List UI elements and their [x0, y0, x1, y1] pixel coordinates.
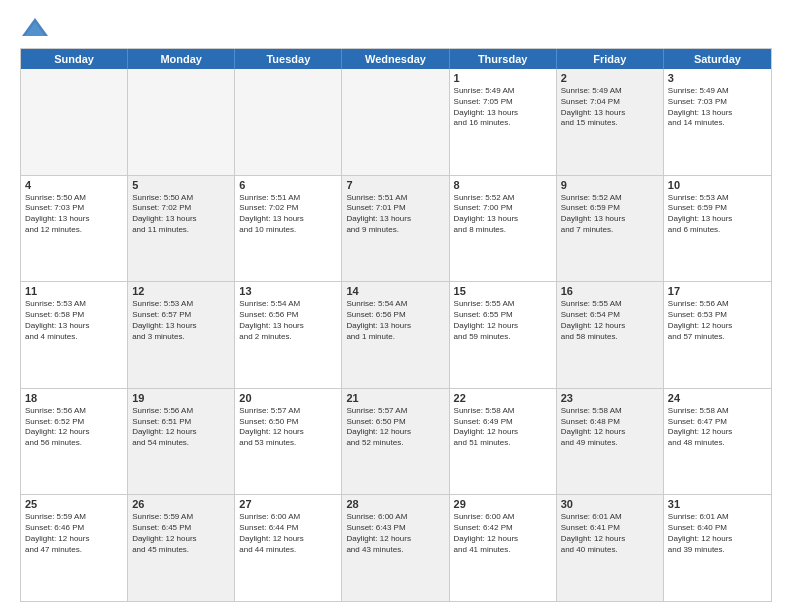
cal-cell: 12Sunrise: 5:53 AM Sunset: 6:57 PM Dayli…	[128, 282, 235, 388]
day-number: 30	[561, 498, 659, 510]
cal-cell: 23Sunrise: 5:58 AM Sunset: 6:48 PM Dayli…	[557, 389, 664, 495]
cell-text: Sunrise: 5:51 AM Sunset: 7:01 PM Dayligh…	[346, 193, 444, 236]
cal-cell: 2Sunrise: 5:49 AM Sunset: 7:04 PM Daylig…	[557, 69, 664, 175]
day-number: 10	[668, 179, 767, 191]
cell-text: Sunrise: 6:01 AM Sunset: 6:41 PM Dayligh…	[561, 512, 659, 555]
day-number: 21	[346, 392, 444, 404]
day-number: 17	[668, 285, 767, 297]
cal-cell: 20Sunrise: 5:57 AM Sunset: 6:50 PM Dayli…	[235, 389, 342, 495]
day-header-monday: Monday	[128, 49, 235, 69]
cell-text: Sunrise: 5:52 AM Sunset: 6:59 PM Dayligh…	[561, 193, 659, 236]
cal-cell: 25Sunrise: 5:59 AM Sunset: 6:46 PM Dayli…	[21, 495, 128, 601]
cell-text: Sunrise: 5:55 AM Sunset: 6:54 PM Dayligh…	[561, 299, 659, 342]
cal-cell	[128, 69, 235, 175]
cal-cell: 17Sunrise: 5:56 AM Sunset: 6:53 PM Dayli…	[664, 282, 771, 388]
cell-text: Sunrise: 5:50 AM Sunset: 7:03 PM Dayligh…	[25, 193, 123, 236]
cell-text: Sunrise: 5:49 AM Sunset: 7:03 PM Dayligh…	[668, 86, 767, 129]
cell-text: Sunrise: 6:00 AM Sunset: 6:44 PM Dayligh…	[239, 512, 337, 555]
day-header-friday: Friday	[557, 49, 664, 69]
cal-cell: 31Sunrise: 6:01 AM Sunset: 6:40 PM Dayli…	[664, 495, 771, 601]
cell-text: Sunrise: 5:55 AM Sunset: 6:55 PM Dayligh…	[454, 299, 552, 342]
cal-cell: 19Sunrise: 5:56 AM Sunset: 6:51 PM Dayli…	[128, 389, 235, 495]
cell-text: Sunrise: 5:53 AM Sunset: 6:59 PM Dayligh…	[668, 193, 767, 236]
cal-week-5: 25Sunrise: 5:59 AM Sunset: 6:46 PM Dayli…	[21, 494, 771, 601]
cal-week-3: 11Sunrise: 5:53 AM Sunset: 6:58 PM Dayli…	[21, 281, 771, 388]
cal-cell	[342, 69, 449, 175]
cal-cell: 11Sunrise: 5:53 AM Sunset: 6:58 PM Dayli…	[21, 282, 128, 388]
cal-cell: 29Sunrise: 6:00 AM Sunset: 6:42 PM Dayli…	[450, 495, 557, 601]
cell-text: Sunrise: 6:00 AM Sunset: 6:42 PM Dayligh…	[454, 512, 552, 555]
cal-cell: 10Sunrise: 5:53 AM Sunset: 6:59 PM Dayli…	[664, 176, 771, 282]
cell-text: Sunrise: 5:53 AM Sunset: 6:57 PM Dayligh…	[132, 299, 230, 342]
day-number: 1	[454, 72, 552, 84]
cal-cell	[21, 69, 128, 175]
cal-week-4: 18Sunrise: 5:56 AM Sunset: 6:52 PM Dayli…	[21, 388, 771, 495]
cell-text: Sunrise: 5:52 AM Sunset: 7:00 PM Dayligh…	[454, 193, 552, 236]
day-number: 22	[454, 392, 552, 404]
day-number: 23	[561, 392, 659, 404]
day-number: 28	[346, 498, 444, 510]
cell-text: Sunrise: 5:54 AM Sunset: 6:56 PM Dayligh…	[346, 299, 444, 342]
cal-cell: 5Sunrise: 5:50 AM Sunset: 7:02 PM Daylig…	[128, 176, 235, 282]
cell-text: Sunrise: 5:54 AM Sunset: 6:56 PM Dayligh…	[239, 299, 337, 342]
day-number: 3	[668, 72, 767, 84]
day-number: 24	[668, 392, 767, 404]
cell-text: Sunrise: 5:53 AM Sunset: 6:58 PM Dayligh…	[25, 299, 123, 342]
day-header-sunday: Sunday	[21, 49, 128, 69]
cell-text: Sunrise: 5:49 AM Sunset: 7:05 PM Dayligh…	[454, 86, 552, 129]
day-header-wednesday: Wednesday	[342, 49, 449, 69]
day-number: 20	[239, 392, 337, 404]
cal-cell: 6Sunrise: 5:51 AM Sunset: 7:02 PM Daylig…	[235, 176, 342, 282]
cal-cell: 18Sunrise: 5:56 AM Sunset: 6:52 PM Dayli…	[21, 389, 128, 495]
calendar-header: SundayMondayTuesdayWednesdayThursdayFrid…	[21, 49, 771, 69]
cal-cell: 3Sunrise: 5:49 AM Sunset: 7:03 PM Daylig…	[664, 69, 771, 175]
day-number: 5	[132, 179, 230, 191]
cal-cell: 13Sunrise: 5:54 AM Sunset: 6:56 PM Dayli…	[235, 282, 342, 388]
cell-text: Sunrise: 5:58 AM Sunset: 6:48 PM Dayligh…	[561, 406, 659, 449]
cell-text: Sunrise: 5:59 AM Sunset: 6:46 PM Dayligh…	[25, 512, 123, 555]
logo	[20, 16, 54, 40]
day-number: 16	[561, 285, 659, 297]
cell-text: Sunrise: 5:50 AM Sunset: 7:02 PM Dayligh…	[132, 193, 230, 236]
cell-text: Sunrise: 5:58 AM Sunset: 6:49 PM Dayligh…	[454, 406, 552, 449]
page: SundayMondayTuesdayWednesdayThursdayFrid…	[0, 0, 792, 612]
day-header-thursday: Thursday	[450, 49, 557, 69]
day-number: 15	[454, 285, 552, 297]
day-header-saturday: Saturday	[664, 49, 771, 69]
logo-icon	[20, 16, 50, 40]
calendar: SundayMondayTuesdayWednesdayThursdayFrid…	[20, 48, 772, 602]
day-number: 7	[346, 179, 444, 191]
calendar-body: 1Sunrise: 5:49 AM Sunset: 7:05 PM Daylig…	[21, 69, 771, 601]
day-number: 13	[239, 285, 337, 297]
day-header-tuesday: Tuesday	[235, 49, 342, 69]
cal-week-2: 4Sunrise: 5:50 AM Sunset: 7:03 PM Daylig…	[21, 175, 771, 282]
day-number: 31	[668, 498, 767, 510]
cal-cell: 4Sunrise: 5:50 AM Sunset: 7:03 PM Daylig…	[21, 176, 128, 282]
cell-text: Sunrise: 5:59 AM Sunset: 6:45 PM Dayligh…	[132, 512, 230, 555]
cal-cell: 27Sunrise: 6:00 AM Sunset: 6:44 PM Dayli…	[235, 495, 342, 601]
cell-text: Sunrise: 5:56 AM Sunset: 6:53 PM Dayligh…	[668, 299, 767, 342]
day-number: 25	[25, 498, 123, 510]
cal-cell: 7Sunrise: 5:51 AM Sunset: 7:01 PM Daylig…	[342, 176, 449, 282]
day-number: 8	[454, 179, 552, 191]
cal-cell: 1Sunrise: 5:49 AM Sunset: 7:05 PM Daylig…	[450, 69, 557, 175]
day-number: 18	[25, 392, 123, 404]
day-number: 26	[132, 498, 230, 510]
day-number: 29	[454, 498, 552, 510]
cal-cell: 24Sunrise: 5:58 AM Sunset: 6:47 PM Dayli…	[664, 389, 771, 495]
cell-text: Sunrise: 5:57 AM Sunset: 6:50 PM Dayligh…	[346, 406, 444, 449]
cal-cell: 30Sunrise: 6:01 AM Sunset: 6:41 PM Dayli…	[557, 495, 664, 601]
day-number: 27	[239, 498, 337, 510]
day-number: 12	[132, 285, 230, 297]
day-number: 19	[132, 392, 230, 404]
day-number: 6	[239, 179, 337, 191]
day-number: 2	[561, 72, 659, 84]
cal-cell: 21Sunrise: 5:57 AM Sunset: 6:50 PM Dayli…	[342, 389, 449, 495]
cell-text: Sunrise: 5:57 AM Sunset: 6:50 PM Dayligh…	[239, 406, 337, 449]
cell-text: Sunrise: 5:58 AM Sunset: 6:47 PM Dayligh…	[668, 406, 767, 449]
cal-cell: 15Sunrise: 5:55 AM Sunset: 6:55 PM Dayli…	[450, 282, 557, 388]
cal-week-1: 1Sunrise: 5:49 AM Sunset: 7:05 PM Daylig…	[21, 69, 771, 175]
day-number: 14	[346, 285, 444, 297]
cal-cell: 26Sunrise: 5:59 AM Sunset: 6:45 PM Dayli…	[128, 495, 235, 601]
cell-text: Sunrise: 5:49 AM Sunset: 7:04 PM Dayligh…	[561, 86, 659, 129]
